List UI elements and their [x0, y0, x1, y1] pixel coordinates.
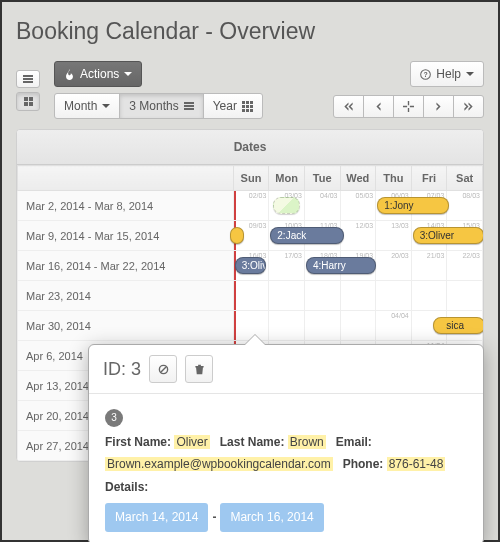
- nav-first-button[interactable]: [333, 95, 364, 118]
- booking-tentative[interactable]: [273, 197, 300, 214]
- date-from-badge: March 14, 2014: [105, 503, 208, 532]
- svg-line-3: [160, 366, 166, 372]
- cancel-booking-button[interactable]: [149, 355, 177, 383]
- trash-icon: [194, 364, 205, 375]
- delete-booking-button[interactable]: [185, 355, 213, 383]
- calendar-header: Dates: [17, 130, 483, 165]
- grid-icon: [242, 101, 253, 112]
- date-to-badge: March 16, 2014: [220, 503, 323, 532]
- booking-oliver-2[interactable]: 3:Oliver: [413, 227, 484, 244]
- page-title: Booking Calendar - Overview: [16, 18, 484, 45]
- day-header: Mon: [269, 166, 305, 191]
- chevron-right-icon: [433, 101, 444, 112]
- booking-id-badge: 3: [105, 409, 123, 427]
- first-name-value: Oliver: [174, 435, 209, 449]
- last-name-value: Brown: [288, 435, 326, 449]
- caret-down-icon: [124, 72, 132, 80]
- booking-popover: ID: 3 3 First Name: Oliver Last Name: Br…: [88, 344, 484, 542]
- range-month-button[interactable]: Month: [54, 93, 120, 119]
- nav-prev-button[interactable]: [363, 95, 394, 118]
- booking-jony[interactable]: 1:Jony: [377, 197, 449, 214]
- range-year-button[interactable]: Year: [203, 93, 263, 119]
- help-dropdown[interactable]: ? Help: [410, 61, 484, 87]
- day-header: Thu: [376, 166, 412, 191]
- list-icon: [23, 75, 33, 83]
- range-selector: Month 3 Months Year: [54, 93, 263, 119]
- table-row: Mar 9, 2014 - Mar 15, 2014 09/03 10/032:…: [18, 221, 483, 251]
- chevron-left-icon: [373, 101, 384, 112]
- booking-sica[interactable]: sica: [433, 317, 484, 334]
- phone-value: 876-61-48: [387, 457, 446, 471]
- flame-icon: [64, 69, 75, 80]
- last-name-label: Last Name:: [220, 435, 285, 449]
- email-label: Email:: [336, 435, 372, 449]
- grid-icon: [24, 97, 33, 106]
- nav-next-button[interactable]: [423, 95, 454, 118]
- booking-continuation[interactable]: [230, 227, 244, 244]
- view-grid-button[interactable]: [16, 92, 40, 111]
- booking-jack[interactable]: 2:Jack: [270, 227, 344, 244]
- svg-text:?: ?: [424, 71, 428, 78]
- day-header: Tue: [304, 166, 340, 191]
- day-header: Fri: [411, 166, 447, 191]
- nav-controls: [333, 95, 484, 118]
- question-icon: ?: [420, 69, 431, 80]
- booking-harry[interactable]: 4:Harry: [306, 257, 376, 274]
- view-list-button[interactable]: [16, 70, 40, 88]
- list-icon: [184, 102, 194, 110]
- table-row: Mar 16, 2014 - Mar 22, 2014 16/033:Olive…: [18, 251, 483, 281]
- day-header: Wed: [340, 166, 376, 191]
- table-row: Mar 2, 2014 - Mar 8, 2014 02/03 03/03 04…: [18, 191, 483, 221]
- table-row: Mar 23, 2014: [18, 281, 483, 311]
- primary-toolbar: Actions ? Help Month 3 Months Year: [16, 61, 484, 119]
- first-name-label: First Name:: [105, 435, 171, 449]
- day-header: Sun: [233, 166, 269, 191]
- actions-dropdown[interactable]: Actions: [54, 61, 142, 87]
- email-value: Brown.example@wpbookingcalendar.com: [105, 457, 333, 471]
- crosshair-icon: [403, 101, 414, 112]
- day-header: Sat: [447, 166, 483, 191]
- phone-label: Phone:: [343, 457, 384, 471]
- details-label: Details:: [105, 480, 148, 494]
- double-chevron-right-icon: [463, 101, 474, 112]
- caret-down-icon: [466, 72, 474, 80]
- popover-id-label: ID: 3: [103, 359, 141, 380]
- double-chevron-left-icon: [343, 101, 354, 112]
- booking-oliver-active[interactable]: 3:Oliver: [235, 257, 267, 274]
- nav-today-button[interactable]: [393, 95, 424, 118]
- nav-last-button[interactable]: [453, 95, 484, 118]
- range-3months-button[interactable]: 3 Months: [119, 93, 203, 119]
- cancel-icon: [158, 364, 169, 375]
